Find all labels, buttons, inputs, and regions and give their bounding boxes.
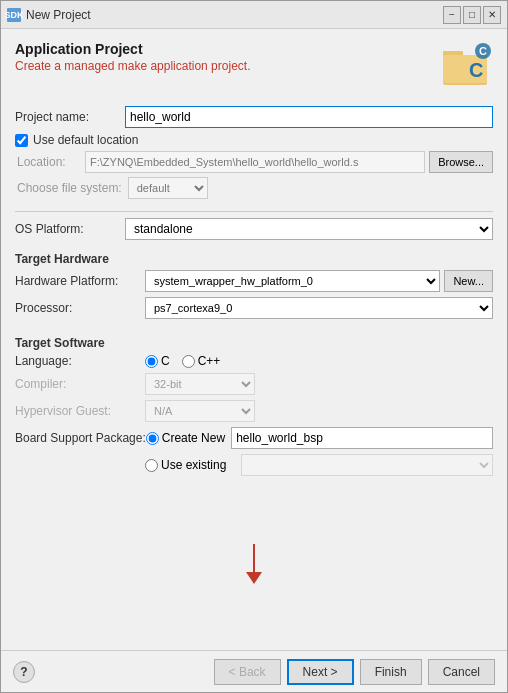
bsp-name-input[interactable] bbox=[231, 427, 493, 449]
subtitle-text: Create a managed make application projec… bbox=[15, 59, 250, 73]
new-project-window: SDK New Project − □ ✕ Application Projec… bbox=[0, 0, 508, 693]
language-cpp-option[interactable]: C++ bbox=[182, 354, 221, 368]
use-existing-select bbox=[241, 454, 493, 476]
target-software-title: Target Software bbox=[15, 336, 493, 350]
separator-1 bbox=[15, 211, 493, 212]
next-button[interactable]: Next > bbox=[287, 659, 354, 685]
maximize-button[interactable]: □ bbox=[463, 6, 481, 24]
bsp-create-row: Board Support Package: Create New bbox=[15, 427, 493, 449]
language-label: Language: bbox=[15, 354, 145, 368]
page-title: Application Project bbox=[15, 41, 250, 57]
project-name-row: Project name: bbox=[15, 106, 493, 128]
cancel-button[interactable]: Cancel bbox=[428, 659, 495, 685]
browse-button[interactable]: Browse... bbox=[429, 151, 493, 173]
compiler-select: 32-bit bbox=[145, 373, 255, 395]
target-hardware-title: Target Hardware bbox=[15, 252, 493, 266]
filesystem-label: Choose file system: bbox=[17, 181, 122, 195]
window-controls: − □ ✕ bbox=[443, 6, 501, 24]
os-platform-label: OS Platform: bbox=[15, 222, 125, 236]
use-default-location-label: Use default location bbox=[33, 133, 138, 147]
compiler-row: Compiler: 32-bit bbox=[15, 373, 493, 395]
filesystem-select[interactable]: default bbox=[128, 177, 208, 199]
project-name-label: Project name: bbox=[15, 110, 125, 124]
arrow-container bbox=[15, 482, 493, 642]
compiler-label: Compiler: bbox=[15, 377, 145, 391]
processor-label: Processor: bbox=[15, 301, 145, 315]
bsp-create-new-label: Create New bbox=[162, 431, 225, 445]
header-text: Application Project Create a managed mak… bbox=[15, 41, 250, 73]
folder-icon: C C bbox=[441, 41, 493, 92]
os-platform-select[interactable]: standalone bbox=[125, 218, 493, 240]
processor-row: Processor: ps7_cortexa9_0 bbox=[15, 297, 493, 319]
help-button[interactable]: ? bbox=[13, 661, 35, 683]
hardware-platform-row: Hardware Platform: system_wrapper_hw_pla… bbox=[15, 270, 493, 292]
spacer-1 bbox=[15, 324, 493, 330]
footer-left: ? bbox=[13, 661, 35, 683]
dialog-content: Application Project Create a managed mak… bbox=[1, 29, 507, 650]
use-existing-row: Use existing bbox=[15, 454, 493, 476]
language-cpp-label: C++ bbox=[198, 354, 221, 368]
hypervisor-select: N/A bbox=[145, 400, 255, 422]
language-c-option[interactable]: C bbox=[145, 354, 170, 368]
use-default-location-checkbox[interactable] bbox=[15, 134, 28, 147]
filesystem-row: Choose file system: default bbox=[15, 177, 493, 199]
use-default-location-row: Use default location bbox=[15, 133, 493, 147]
language-cpp-radio[interactable] bbox=[182, 355, 195, 368]
project-name-input[interactable] bbox=[125, 106, 493, 128]
hypervisor-label: Hypervisor Guest: bbox=[15, 404, 145, 418]
down-arrow bbox=[246, 544, 262, 584]
new-platform-button[interactable]: New... bbox=[444, 270, 493, 292]
language-radio-group: C C++ bbox=[145, 354, 220, 368]
arrow-head bbox=[246, 572, 262, 584]
footer-right: < Back Next > Finish Cancel bbox=[214, 659, 495, 685]
arrow-line bbox=[253, 544, 255, 572]
close-button[interactable]: ✕ bbox=[483, 6, 501, 24]
language-c-radio[interactable] bbox=[145, 355, 158, 368]
bsp-label: Board Support Package: bbox=[15, 431, 146, 445]
hardware-platform-select[interactable]: system_wrapper_hw_platform_0 bbox=[145, 270, 440, 292]
hardware-platform-label: Hardware Platform: bbox=[15, 274, 145, 288]
bsp-create-new-radio[interactable] bbox=[146, 432, 159, 445]
svg-text:C: C bbox=[469, 59, 483, 81]
page-subtitle: Create a managed make application projec… bbox=[15, 59, 250, 73]
location-row: Location: Browse... bbox=[15, 151, 493, 173]
bsp-create-new-option[interactable]: Create New bbox=[146, 431, 225, 445]
use-existing-option[interactable]: Use existing bbox=[145, 458, 235, 472]
location-input bbox=[85, 151, 425, 173]
use-existing-radio[interactable] bbox=[145, 459, 158, 472]
use-existing-label: Use existing bbox=[161, 458, 226, 472]
minimize-button[interactable]: − bbox=[443, 6, 461, 24]
back-button[interactable]: < Back bbox=[214, 659, 281, 685]
header-row: Application Project Create a managed mak… bbox=[15, 41, 493, 92]
hypervisor-row: Hypervisor Guest: N/A bbox=[15, 400, 493, 422]
window-title: New Project bbox=[26, 8, 443, 22]
language-row: Language: C C++ bbox=[15, 354, 493, 368]
location-label: Location: bbox=[17, 155, 85, 169]
sdk-icon: SDK bbox=[7, 8, 21, 22]
svg-text:C: C bbox=[479, 45, 487, 57]
footer: ? < Back Next > Finish Cancel bbox=[1, 650, 507, 692]
os-platform-row: OS Platform: standalone bbox=[15, 218, 493, 240]
processor-select[interactable]: ps7_cortexa9_0 bbox=[145, 297, 493, 319]
finish-button[interactable]: Finish bbox=[360, 659, 422, 685]
title-bar: SDK New Project − □ ✕ bbox=[1, 1, 507, 29]
language-c-label: C bbox=[161, 354, 170, 368]
